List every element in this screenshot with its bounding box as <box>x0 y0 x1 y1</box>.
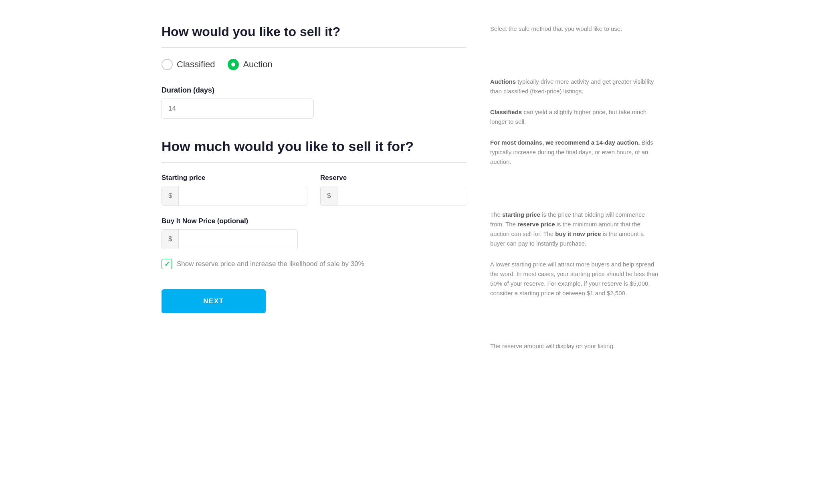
auction-option[interactable]: Auction <box>228 59 272 70</box>
starting-price-label: Starting price <box>162 174 307 182</box>
price-row: Starting price $ Reserve $ <box>162 174 466 206</box>
sidebar: Select the sale method that you would li… <box>490 16 658 362</box>
sidebar-recommendation-text: For most domains, we recommend a 14-day … <box>490 138 658 167</box>
sidebar-reserve-bold: reserve price <box>517 221 555 228</box>
main-content: How would you like to sell it? Classifie… <box>162 16 466 362</box>
sidebar-classifieds-bold: Classifieds <box>490 109 522 115</box>
duration-field: Duration (days) <box>162 86 466 119</box>
sidebar-spacer-1 <box>490 45 658 77</box>
sell-method-title: How would you like to sell it? <box>162 24 466 39</box>
sidebar-classifieds-text: Classifieds can yield a slightly higher … <box>490 107 658 127</box>
show-reserve-label: Show reserve price and increase the like… <box>177 260 364 268</box>
sidebar-select-text: Select the sale method that you would li… <box>490 24 658 34</box>
buynow-input[interactable] <box>179 230 297 249</box>
sidebar-starting-bold: starting price <box>502 211 540 218</box>
next-button[interactable]: NEXT <box>162 289 266 313</box>
classified-label: Classified <box>177 59 215 70</box>
sidebar-reserve-display-text: The reserve amount will display on your … <box>490 341 658 351</box>
starting-price-prefix: $ <box>162 186 179 206</box>
section-divider-2 <box>162 162 466 163</box>
sale-method-radio-group: Classified Auction <box>162 59 466 70</box>
sidebar-pricing-text: The starting price is the price that bid… <box>490 210 658 248</box>
sidebar-lower-price-block: A lower starting price will attract more… <box>490 260 658 298</box>
starting-price-field: Starting price $ <box>162 174 307 206</box>
sidebar-auctions-text: Auctions typically drive more activity a… <box>490 77 658 96</box>
section-divider-1 <box>162 47 466 48</box>
reserve-prefix: $ <box>321 186 337 206</box>
classified-radio[interactable] <box>162 59 173 70</box>
sell-price-section: How much would you like to sell it for? … <box>162 139 466 313</box>
sell-price-title: How much would you like to sell it for? <box>162 139 466 154</box>
checkmark-icon: ✓ <box>164 260 170 268</box>
reserve-input[interactable] <box>337 186 466 206</box>
sidebar-recommendation-bold: For most domains, we recommend a 14-day … <box>490 139 640 146</box>
buynow-input-wrapper: $ <box>162 229 298 249</box>
page-container: How would you like to sell it? Classifie… <box>129 16 691 362</box>
sell-method-section: How would you like to sell it? Classifie… <box>162 24 466 119</box>
sidebar-lower-price-text: A lower starting price will attract more… <box>490 260 658 298</box>
sidebar-recommendation-block: For most domains, we recommend a 14-day … <box>490 138 658 167</box>
buynow-label: Buy It Now Price (optional) <box>162 217 298 225</box>
auction-radio[interactable] <box>228 59 239 70</box>
buynow-prefix: $ <box>162 230 179 249</box>
classified-option[interactable]: Classified <box>162 59 215 70</box>
checkbox-row: ✓ Show reserve price and increase the li… <box>162 259 466 269</box>
reserve-input-wrapper: $ <box>320 186 466 206</box>
sidebar-buynow-bold: buy it now price <box>555 230 601 237</box>
sidebar-reserve-display-block: The reserve amount will display on your … <box>490 341 658 351</box>
reserve-price-field: Reserve $ <box>320 174 466 206</box>
sidebar-auctions-block: Auctions typically drive more activity a… <box>490 77 658 96</box>
show-reserve-checkbox[interactable]: ✓ <box>162 259 172 269</box>
reserve-label: Reserve <box>320 174 466 182</box>
sidebar-auctions-bold: Auctions <box>490 78 516 85</box>
sidebar-spacer-3 <box>490 309 658 341</box>
starting-price-input[interactable] <box>179 186 307 206</box>
starting-price-input-wrapper: $ <box>162 186 307 206</box>
sidebar-select-method: Select the sale method that you would li… <box>490 24 658 34</box>
buynow-field: Buy It Now Price (optional) $ <box>162 217 298 249</box>
sidebar-pricing-block: The starting price is the price that bid… <box>490 210 658 248</box>
duration-label: Duration (days) <box>162 86 466 95</box>
duration-input[interactable] <box>162 99 314 119</box>
auction-label: Auction <box>243 59 272 70</box>
sidebar-spacer-2 <box>490 178 658 210</box>
sidebar-classifieds-block: Classifieds can yield a slightly higher … <box>490 107 658 127</box>
